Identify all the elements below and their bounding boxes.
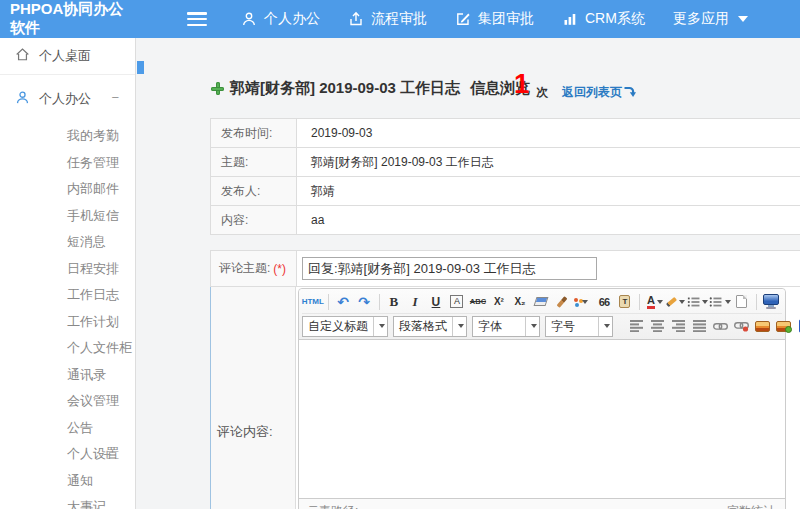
- redo-icon: ↷: [358, 295, 370, 309]
- palette-icon: [574, 298, 578, 302]
- align-right-button[interactable]: [669, 316, 689, 336]
- sidebar-item-settings[interactable]: 个人设置 +: [0, 441, 135, 468]
- word-count-label: 字数统计: [727, 503, 775, 509]
- editor-toolbar-row-1: HTML ↶ ↷ B I U A ABC X² X₂: [302, 290, 782, 314]
- toolbar-separator: [756, 294, 757, 310]
- info-label: 发布人:: [211, 177, 297, 206]
- page-title: 郭靖[财务部] 2019-09-03 工作日志信息浏览: [230, 79, 530, 98]
- expand-icon[interactable]: +: [103, 441, 111, 468]
- comment-subject-row: 评论主题: (*): [210, 250, 800, 287]
- toolbar-separator: [328, 294, 329, 310]
- font-size-select[interactable]: 字号: [545, 316, 613, 337]
- plus-icon: [211, 82, 224, 95]
- html-source-button[interactable]: HTML: [303, 292, 324, 312]
- home-icon: [15, 47, 30, 65]
- sidebar-item-file-cabinet[interactable]: 个人文件柜: [0, 335, 135, 362]
- align-center-button[interactable]: [648, 316, 668, 336]
- paste-text-button[interactable]: T: [615, 292, 635, 312]
- main-content: 郭靖[财务部] 2019-09-03 工作日志信息浏览 1 次 返回列表页 发布…: [137, 38, 800, 509]
- caret-down-icon: [452, 317, 466, 336]
- align-justify-icon: [693, 320, 707, 332]
- superscript-button[interactable]: X²: [489, 292, 509, 312]
- blockquote-button[interactable]: 66: [594, 292, 614, 312]
- comment-subject-label-cell: 评论主题: (*): [211, 251, 297, 286]
- eraser-button[interactable]: [531, 292, 551, 312]
- nav-workflow-approval[interactable]: 流程审批: [348, 10, 427, 28]
- editor-toolbar-row-2: 自定义标题 段落格式 字体 字号: [302, 314, 782, 338]
- align-center-icon: [651, 320, 665, 332]
- sidebar-item-short-message[interactable]: 短消息: [0, 229, 135, 256]
- font-border-button[interactable]: A: [447, 292, 467, 312]
- nav-crm[interactable]: CRM系统: [562, 10, 645, 28]
- comment-subject-input[interactable]: [302, 257, 597, 280]
- unordered-list-icon: [709, 296, 722, 308]
- nav-more-apps[interactable]: 更多应用: [673, 10, 748, 28]
- element-path-label: 元素路径:: [307, 503, 358, 509]
- format-brush-button[interactable]: [552, 292, 572, 312]
- undo-button[interactable]: ↶: [333, 292, 353, 312]
- insert-media-button[interactable]: [795, 316, 800, 336]
- collapse-icon[interactable]: −: [111, 90, 119, 105]
- align-left-icon: [630, 320, 644, 332]
- sidebar-item-contacts[interactable]: 通讯录: [0, 362, 135, 389]
- underline-button[interactable]: U: [426, 292, 446, 312]
- sidebar-item-desktop[interactable]: 个人桌面: [0, 38, 135, 75]
- redo-button[interactable]: ↷: [354, 292, 374, 312]
- insert-multi-image-button[interactable]: [774, 316, 794, 336]
- align-justify-button[interactable]: [690, 316, 710, 336]
- toolbar-separator: [639, 294, 640, 310]
- views-unit: 次: [536, 84, 548, 101]
- font-family-select[interactable]: 字体: [472, 316, 540, 337]
- sidebar-item-meetings[interactable]: 会议管理: [0, 388, 135, 415]
- sidebar-item-work-plan[interactable]: 工作计划: [0, 309, 135, 336]
- subscript-button[interactable]: X₂: [510, 292, 530, 312]
- page-title-bar: 郭靖[财务部] 2019-09-03 工作日志信息浏览 1 次 返回列表页: [137, 75, 797, 105]
- toolbar-separator: [379, 294, 380, 310]
- sidebar-item-sms[interactable]: 手机短信: [0, 203, 135, 230]
- sidebar-item-schedule[interactable]: 日程安排: [0, 256, 135, 283]
- align-left-button[interactable]: [627, 316, 647, 336]
- paragraph-format-select[interactable]: 段落格式: [393, 316, 467, 337]
- eraser-icon: [533, 297, 548, 306]
- ordered-list-button[interactable]: [687, 292, 708, 312]
- sidebar-item-announcements[interactable]: 公告: [0, 415, 135, 442]
- highlight-button[interactable]: [666, 292, 686, 312]
- nav-personal-office[interactable]: 个人办公: [241, 10, 320, 28]
- sidebar-item-notifications[interactable]: 通知: [0, 468, 135, 495]
- edit-icon: [455, 11, 471, 27]
- sidebar-item-internal-mail[interactable]: 内部邮件: [0, 176, 135, 203]
- insert-image-button[interactable]: [753, 316, 773, 336]
- comment-content-row: 评论内容: HTML ↶ ↷ B I U A: [210, 287, 800, 509]
- nav-group-approval[interactable]: 集团审批: [455, 10, 534, 28]
- caret-down-icon: [725, 300, 731, 304]
- unordered-list-button[interactable]: [709, 292, 730, 312]
- curved-arrow-icon: [623, 85, 636, 101]
- sidebar-section-personal-office[interactable]: 个人办公 −: [0, 81, 135, 117]
- remove-link-button[interactable]: [732, 316, 752, 336]
- insert-link-button[interactable]: [711, 316, 731, 336]
- marker-icon: [666, 296, 677, 306]
- italic-button[interactable]: I: [405, 292, 425, 312]
- sidebar-item-milestones[interactable]: 大事记: [0, 494, 135, 509]
- info-value: 郭靖: [297, 177, 800, 206]
- fullscreen-button[interactable]: [761, 292, 781, 312]
- editor-content-area[interactable]: [299, 340, 785, 498]
- bold-button[interactable]: B: [384, 292, 404, 312]
- top-nav: 个人办公 流程审批 集团审批 CRM系统 更多应用: [241, 10, 748, 28]
- custom-title-select[interactable]: 自定义标题: [302, 316, 388, 337]
- sidebar-item-attendance[interactable]: 我的考勤: [0, 123, 135, 150]
- table-row: 主题: 郭靖[财务部] 2019-09-03 工作日志: [211, 148, 800, 177]
- comment-content-label-cell: 评论内容:: [211, 287, 296, 509]
- new-page-button[interactable]: [732, 292, 752, 312]
- menu-toggle-icon[interactable]: [187, 12, 207, 26]
- caret-down-icon: [598, 317, 612, 336]
- sidebar-item-tasks[interactable]: 任务管理: [0, 150, 135, 177]
- sidebar-item-work-log[interactable]: 工作日志: [0, 282, 135, 309]
- caret-down-icon: [738, 16, 748, 22]
- app-logo: PHPOA协同办公软件: [0, 0, 137, 38]
- font-color-button[interactable]: A: [645, 292, 665, 312]
- back-to-list-link[interactable]: 返回列表页: [562, 84, 636, 101]
- monitor-icon: [763, 294, 779, 309]
- strikethrough-button[interactable]: ABC: [468, 292, 488, 312]
- auto-typeset-button[interactable]: [573, 292, 593, 312]
